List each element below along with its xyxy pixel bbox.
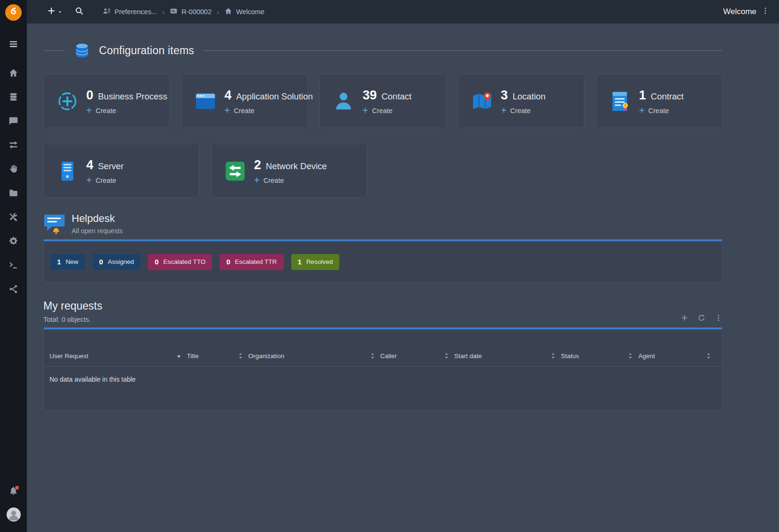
ci-card-location[interactable]: 3 Location Create bbox=[458, 74, 584, 128]
column-header-organization[interactable]: Organization bbox=[248, 345, 380, 366]
configuration-items-header: Configuration items bbox=[43, 42, 722, 58]
badge-new[interactable]: 1 New bbox=[50, 254, 85, 270]
badge-count: 0 bbox=[99, 258, 103, 266]
card-count: 0 bbox=[86, 88, 93, 103]
breadcrumb-item-preferences[interactable]: Preferences... bbox=[103, 7, 157, 16]
card-body: 4 Server Create bbox=[86, 158, 124, 184]
sidebar-item-admin-tools[interactable] bbox=[0, 206, 27, 230]
card-count: 4 bbox=[224, 88, 231, 103]
card-body: 0 Business Process Create bbox=[86, 88, 167, 115]
search-icon bbox=[74, 6, 84, 17]
sidebar-item-services[interactable] bbox=[0, 158, 27, 182]
sidebar-item-transfers[interactable] bbox=[0, 134, 27, 158]
column-header-caller[interactable]: Caller bbox=[380, 345, 454, 366]
sidebar-item-configuration-management[interactable] bbox=[0, 86, 27, 110]
ci-card-application-solution[interactable]: 4 Application Solution Create bbox=[181, 74, 308, 128]
helpdesk-title: Helpdesk bbox=[72, 213, 123, 225]
sidebar-item-console[interactable] bbox=[0, 254, 27, 278]
plus-icon bbox=[362, 107, 368, 115]
sidebar-item-share[interactable] bbox=[0, 278, 27, 302]
column-header-agent[interactable]: Agent bbox=[638, 345, 716, 366]
card-body: 4 Application Solution Create bbox=[224, 88, 313, 115]
create-link[interactable]: Create bbox=[362, 107, 411, 115]
quick-create-button[interactable] bbox=[47, 6, 56, 17]
ci-card-business-process[interactable]: 0 Business Process Create bbox=[43, 74, 170, 128]
home-icon bbox=[224, 7, 232, 16]
sort-icon bbox=[551, 352, 555, 359]
contact-icon bbox=[332, 90, 355, 113]
helpdesk-header: Helpdesk All open requests bbox=[43, 213, 722, 235]
sidebar-item-helpdesk[interactable] bbox=[0, 110, 27, 134]
app-logo[interactable] bbox=[5, 4, 22, 21]
user-menu[interactable]: Welcome bbox=[723, 7, 770, 17]
column-header-status[interactable]: Status bbox=[561, 345, 638, 366]
card-label: Location bbox=[513, 91, 546, 102]
sort-icon bbox=[238, 352, 243, 359]
server-icon bbox=[56, 160, 79, 182]
divider-line bbox=[43, 50, 65, 51]
create-label: Create bbox=[510, 107, 531, 115]
create-link[interactable]: Create bbox=[86, 107, 167, 115]
quick-create-caret[interactable] bbox=[58, 8, 62, 16]
ci-card-server[interactable]: 4 Server Create bbox=[43, 144, 199, 198]
topbar: Preferences... › R-000002 › Welcome Welc… bbox=[27, 0, 779, 24]
location-icon bbox=[471, 90, 493, 113]
card-label: Application Solution bbox=[236, 91, 313, 102]
user-menu-label: Welcome bbox=[723, 7, 756, 16]
sidebar-item-home[interactable] bbox=[0, 62, 27, 86]
card-count: 39 bbox=[362, 88, 377, 103]
sidebar bbox=[0, 0, 27, 532]
refresh-button[interactable] bbox=[697, 314, 705, 322]
plus-icon bbox=[254, 177, 260, 184]
user-avatar[interactable] bbox=[7, 507, 21, 522]
table-menu-button[interactable] bbox=[714, 314, 722, 322]
menu-toggle-button[interactable] bbox=[0, 33, 27, 57]
column-header-user-request[interactable]: User Request bbox=[49, 345, 187, 366]
badge-escalated-ttr[interactable]: 0 Escalated TTR bbox=[220, 254, 283, 270]
sidebar-item-documents[interactable] bbox=[0, 182, 27, 206]
create-label: Create bbox=[648, 107, 669, 115]
application-solution-icon bbox=[194, 90, 217, 113]
breadcrumb-separator: › bbox=[162, 8, 164, 16]
breadcrumb-item-welcome[interactable]: Welcome bbox=[224, 7, 264, 16]
global-search-button[interactable] bbox=[74, 6, 84, 17]
column-header-title[interactable]: Title bbox=[187, 345, 248, 366]
page-title: Configuration items bbox=[99, 44, 194, 57]
database-icon bbox=[8, 92, 18, 104]
badge-escalated-tto[interactable]: 0 Escalated TTO bbox=[148, 254, 212, 270]
my-requests-actions bbox=[681, 314, 722, 323]
ci-card-contract[interactable]: 1 Contract Create bbox=[596, 74, 722, 128]
share-icon bbox=[8, 284, 18, 296]
plus-icon bbox=[224, 107, 230, 115]
add-request-button[interactable] bbox=[681, 314, 689, 322]
badge-count: 0 bbox=[226, 258, 230, 266]
column-header-start-date[interactable]: Start date bbox=[454, 345, 561, 366]
create-link[interactable]: Create bbox=[254, 177, 327, 184]
sort-icon bbox=[370, 352, 375, 359]
ci-card-network-device[interactable]: 2 Network Device Create bbox=[211, 144, 367, 198]
sidebar-item-settings[interactable] bbox=[0, 230, 27, 254]
breadcrumb-item-request[interactable]: R-000002 bbox=[170, 7, 212, 16]
card-count: 4 bbox=[86, 158, 93, 172]
breadcrumb-label: Preferences... bbox=[115, 8, 157, 16]
notifications-button[interactable] bbox=[0, 480, 27, 504]
badge-count: 1 bbox=[298, 258, 302, 266]
create-link[interactable]: Create bbox=[86, 177, 124, 184]
page-content: Configuration items 0 Business Process bbox=[27, 24, 779, 532]
badge-resolved[interactable]: 1 Resolved bbox=[291, 254, 340, 270]
helpdesk-icon bbox=[43, 213, 66, 235]
ci-card-contact[interactable]: 39 Contact Create bbox=[320, 74, 446, 128]
column-label: Agent bbox=[638, 352, 655, 360]
create-link[interactable]: Create bbox=[501, 107, 546, 115]
kebab-menu-icon[interactable] bbox=[761, 7, 770, 17]
create-link[interactable]: Create bbox=[224, 107, 313, 115]
create-label: Create bbox=[96, 177, 116, 184]
create-link[interactable]: Create bbox=[639, 107, 684, 115]
badge-assigned[interactable]: 0 Assigned bbox=[92, 254, 140, 270]
contract-icon bbox=[609, 90, 631, 113]
create-label: Create bbox=[234, 107, 254, 115]
transfer-arrows-icon bbox=[8, 140, 18, 152]
sort-icon bbox=[628, 352, 632, 359]
breadcrumb-label: Welcome bbox=[236, 8, 264, 16]
hand-icon bbox=[8, 164, 18, 176]
